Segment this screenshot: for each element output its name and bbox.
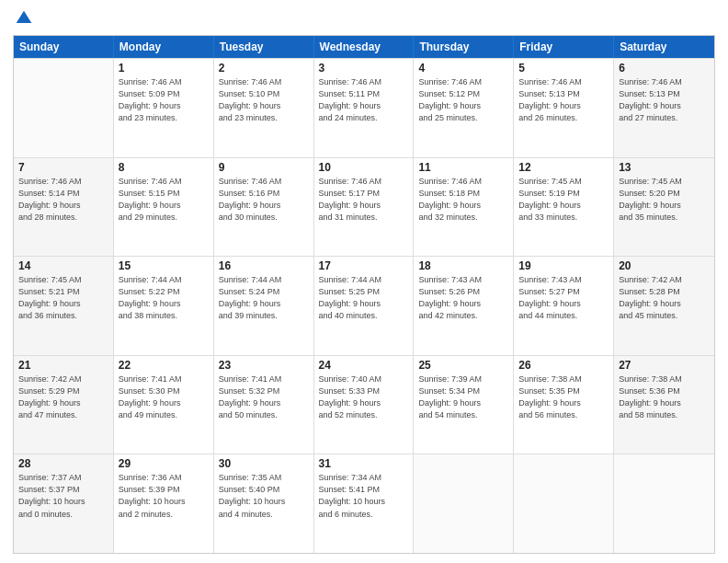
day-number: 28 [18,457,108,470]
day-number: 23 [219,359,309,372]
day-info: Sunrise: 7:45 AM Sunset: 5:21 PM Dayligh… [18,274,108,322]
day-info: Sunrise: 7:46 AM Sunset: 5:13 PM Dayligh… [619,76,710,124]
day-info: Sunrise: 7:43 AM Sunset: 5:26 PM Dayligh… [418,274,508,322]
day-number: 15 [119,259,209,272]
day-number: 24 [319,359,409,372]
day-number: 11 [418,161,508,174]
day-number: 6 [619,62,710,75]
day-info: Sunrise: 7:38 AM Sunset: 5:35 PM Dayligh… [518,373,609,421]
day-number: 1 [119,62,209,75]
day-info: Sunrise: 7:44 AM Sunset: 5:25 PM Dayligh… [319,274,409,322]
day-info: Sunrise: 7:42 AM Sunset: 5:29 PM Dayligh… [18,373,108,421]
calendar-cell: 29Sunrise: 7:36 AM Sunset: 5:39 PM Dayli… [114,454,214,553]
day-info: Sunrise: 7:45 AM Sunset: 5:20 PM Dayligh… [619,176,710,224]
calendar-header-row: SundayMondayTuesdayWednesdayThursdayFrid… [14,36,714,58]
day-number: 29 [119,457,209,470]
day-info: Sunrise: 7:34 AM Sunset: 5:41 PM Dayligh… [319,472,409,520]
calendar: SundayMondayTuesdayWednesdayThursdayFrid… [13,35,715,554]
day-info: Sunrise: 7:46 AM Sunset: 5:12 PM Dayligh… [418,76,508,124]
calendar-cell [614,454,714,553]
day-info: Sunrise: 7:46 AM Sunset: 5:11 PM Dayligh… [319,76,409,124]
calendar-header-cell: Friday [514,36,614,58]
calendar-cell: 18Sunrise: 7:43 AM Sunset: 5:26 PM Dayli… [414,257,514,355]
calendar-header-cell: Thursday [414,36,514,58]
calendar-cell [414,454,514,553]
day-info: Sunrise: 7:38 AM Sunset: 5:36 PM Dayligh… [619,373,710,421]
day-number: 10 [319,161,409,174]
svg-marker-0 [17,11,32,23]
day-number: 19 [518,259,609,272]
calendar-header-cell: Monday [114,36,214,58]
day-info: Sunrise: 7:46 AM Sunset: 5:15 PM Dayligh… [119,176,209,224]
day-number: 3 [319,62,409,75]
calendar-cell: 15Sunrise: 7:44 AM Sunset: 5:22 PM Dayli… [114,257,214,355]
day-info: Sunrise: 7:35 AM Sunset: 5:40 PM Dayligh… [219,472,309,520]
day-info: Sunrise: 7:46 AM Sunset: 5:09 PM Dayligh… [119,76,209,124]
calendar-cell: 27Sunrise: 7:38 AM Sunset: 5:36 PM Dayli… [614,356,714,454]
day-number: 31 [319,457,409,470]
calendar-cell: 7Sunrise: 7:46 AM Sunset: 5:14 PM Daylig… [14,158,114,257]
day-info: Sunrise: 7:46 AM Sunset: 5:18 PM Dayligh… [418,176,508,224]
calendar-cell: 19Sunrise: 7:43 AM Sunset: 5:27 PM Dayli… [514,257,614,355]
page: SundayMondayTuesdayWednesdayThursdayFrid… [0,0,728,563]
day-number: 2 [219,62,309,75]
day-number: 17 [319,259,409,272]
calendar-cell: 23Sunrise: 7:41 AM Sunset: 5:32 PM Dayli… [214,356,314,454]
day-info: Sunrise: 7:44 AM Sunset: 5:22 PM Dayligh… [119,274,209,322]
calendar-body: 1Sunrise: 7:46 AM Sunset: 5:09 PM Daylig… [14,58,714,553]
day-info: Sunrise: 7:43 AM Sunset: 5:27 PM Dayligh… [518,274,609,322]
calendar-week: 21Sunrise: 7:42 AM Sunset: 5:29 PM Dayli… [14,355,714,454]
calendar-cell: 31Sunrise: 7:34 AM Sunset: 5:41 PM Dayli… [314,454,415,553]
calendar-header-cell: Saturday [614,36,714,58]
day-info: Sunrise: 7:46 AM Sunset: 5:17 PM Dayligh… [319,176,409,224]
day-number: 16 [219,259,309,272]
logo [13,9,33,28]
calendar-cell: 8Sunrise: 7:46 AM Sunset: 5:15 PM Daylig… [114,158,214,257]
day-info: Sunrise: 7:36 AM Sunset: 5:39 PM Dayligh… [119,472,209,520]
day-number: 5 [518,62,609,75]
calendar-cell: 20Sunrise: 7:42 AM Sunset: 5:28 PM Dayli… [614,257,714,355]
day-number: 27 [619,359,710,372]
calendar-week: 14Sunrise: 7:45 AM Sunset: 5:21 PM Dayli… [14,256,714,355]
calendar-cell [14,59,114,157]
day-info: Sunrise: 7:44 AM Sunset: 5:24 PM Dayligh… [219,274,309,322]
calendar-cell: 22Sunrise: 7:41 AM Sunset: 5:30 PM Dayli… [114,356,214,454]
day-info: Sunrise: 7:41 AM Sunset: 5:32 PM Dayligh… [219,373,309,421]
day-number: 13 [619,161,710,174]
day-number: 25 [418,359,508,372]
day-info: Sunrise: 7:37 AM Sunset: 5:37 PM Dayligh… [18,472,108,520]
day-number: 8 [119,161,209,174]
day-number: 18 [418,259,508,272]
calendar-cell: 26Sunrise: 7:38 AM Sunset: 5:35 PM Dayli… [514,356,614,454]
day-number: 20 [619,259,710,272]
calendar-header-cell: Wednesday [314,36,415,58]
day-number: 26 [518,359,609,372]
day-info: Sunrise: 7:46 AM Sunset: 5:16 PM Dayligh… [219,176,309,224]
day-number: 14 [18,259,108,272]
calendar-cell: 24Sunrise: 7:40 AM Sunset: 5:33 PM Dayli… [314,356,415,454]
calendar-header-cell: Tuesday [214,36,314,58]
calendar-cell: 12Sunrise: 7:45 AM Sunset: 5:19 PM Dayli… [514,158,614,257]
calendar-week: 1Sunrise: 7:46 AM Sunset: 5:09 PM Daylig… [14,58,714,157]
calendar-cell: 17Sunrise: 7:44 AM Sunset: 5:25 PM Dayli… [314,257,415,355]
calendar-cell: 9Sunrise: 7:46 AM Sunset: 5:16 PM Daylig… [214,158,314,257]
calendar-cell: 11Sunrise: 7:46 AM Sunset: 5:18 PM Dayli… [414,158,514,257]
calendar-week: 7Sunrise: 7:46 AM Sunset: 5:14 PM Daylig… [14,157,714,257]
calendar-cell: 14Sunrise: 7:45 AM Sunset: 5:21 PM Dayli… [14,257,114,355]
calendar-cell: 30Sunrise: 7:35 AM Sunset: 5:40 PM Dayli… [214,454,314,553]
day-number: 21 [18,359,108,372]
calendar-cell: 5Sunrise: 7:46 AM Sunset: 5:13 PM Daylig… [514,59,614,157]
day-info: Sunrise: 7:46 AM Sunset: 5:10 PM Dayligh… [219,76,309,124]
calendar-cell: 3Sunrise: 7:46 AM Sunset: 5:11 PM Daylig… [314,59,415,157]
day-info: Sunrise: 7:46 AM Sunset: 5:13 PM Dayligh… [518,76,609,124]
day-info: Sunrise: 7:45 AM Sunset: 5:19 PM Dayligh… [518,176,609,224]
calendar-cell: 4Sunrise: 7:46 AM Sunset: 5:12 PM Daylig… [414,59,514,157]
calendar-cell: 1Sunrise: 7:46 AM Sunset: 5:09 PM Daylig… [114,59,214,157]
calendar-cell: 13Sunrise: 7:45 AM Sunset: 5:20 PM Dayli… [614,158,714,257]
day-number: 7 [18,161,108,174]
day-info: Sunrise: 7:42 AM Sunset: 5:28 PM Dayligh… [619,274,710,322]
calendar-cell: 16Sunrise: 7:44 AM Sunset: 5:24 PM Dayli… [214,257,314,355]
day-number: 9 [219,161,309,174]
calendar-cell: 28Sunrise: 7:37 AM Sunset: 5:37 PM Dayli… [14,454,114,553]
day-info: Sunrise: 7:39 AM Sunset: 5:34 PM Dayligh… [418,373,508,421]
